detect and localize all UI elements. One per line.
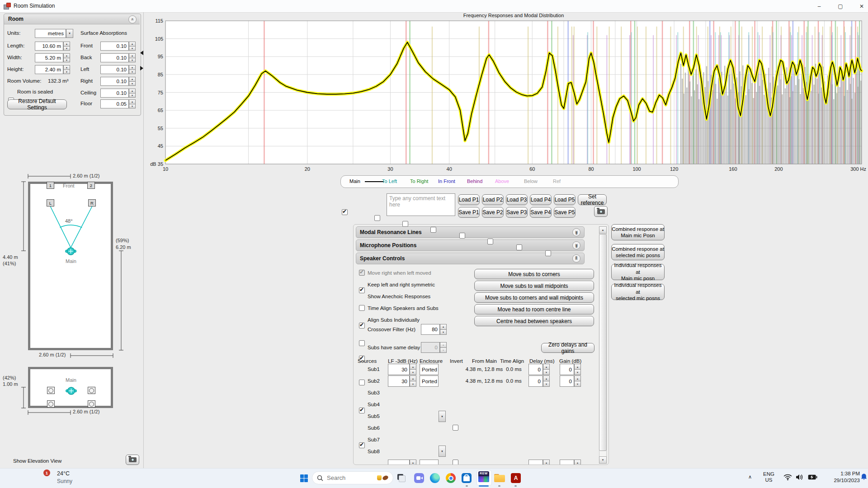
room-dim-field[interactable]: 5.20 m	[35, 53, 63, 62]
source-enclosure-dropdown-icon[interactable]	[439, 446, 446, 457]
section-header-microphone-positions[interactable]: Microphone Positions»»	[356, 239, 585, 251]
surface-stepper[interactable]	[129, 89, 136, 98]
source-invert-checkbox[interactable]	[453, 425, 458, 431]
crossover-filter-stepper[interactable]	[440, 324, 447, 335]
response-button[interactable]: Individual responses atMain mic posn	[611, 264, 665, 280]
save-preset-button[interactable]: Save P5	[554, 207, 576, 218]
surface-stepper[interactable]	[129, 65, 136, 74]
source-delay-stepper[interactable]	[543, 375, 550, 387]
legend-checkbox-in-front[interactable]	[430, 227, 436, 233]
response-button[interactable]: Combined response atselected mic posns	[611, 244, 665, 260]
legend-checkbox-main[interactable]	[342, 209, 348, 215]
source-delay-field[interactable]: 0	[528, 364, 543, 375]
comment-input[interactable]	[387, 193, 455, 216]
source-invert-checkbox[interactable]	[453, 460, 458, 465]
expand-section-icon[interactable]: »»	[572, 228, 580, 236]
surface-stepper[interactable]	[129, 53, 136, 62]
speaker-move-button[interactable]: Move subs to corners and wall midpoints	[474, 292, 594, 303]
source-lf-field[interactable]: 30	[388, 375, 410, 387]
wifi-icon[interactable]	[783, 474, 792, 482]
response-button[interactable]: Combined response atMain mic Posn	[611, 224, 665, 240]
source-gain-stepper[interactable]	[574, 375, 581, 387]
right-speaker-marker[interactable]: R	[88, 199, 96, 206]
crossover-filter-field[interactable]: 80	[421, 324, 440, 335]
clipped-row-stepper[interactable]	[574, 460, 581, 465]
room-collapse-icon[interactable]: »	[128, 15, 137, 23]
source-enclosure-select[interactable]: Ported	[420, 364, 439, 375]
surface-field[interactable]: 0.10	[100, 42, 129, 51]
room-dim-field[interactable]: 2.40 m	[35, 65, 63, 74]
sub1-marker[interactable]: 1	[47, 182, 54, 189]
source-delay-field[interactable]: 0	[528, 375, 543, 387]
restore-defaults-button[interactable]: Restore Default Settings	[7, 99, 67, 109]
splitter-expand-right-icon[interactable]	[140, 66, 143, 70]
search-input[interactable]	[326, 474, 374, 482]
left-speaker-marker[interactable]: L	[47, 199, 54, 206]
speaker-option-checkbox[interactable]	[359, 340, 365, 346]
subs-same-delay-stepper[interactable]	[440, 342, 447, 353]
file-explorer-icon[interactable]	[494, 472, 505, 484]
collapse-section-icon[interactable]: »»	[572, 254, 580, 263]
speaker-option-checkbox[interactable]	[359, 323, 365, 328]
clipped-row-stepper[interactable]	[410, 460, 416, 465]
scroll-up-icon[interactable]: ▲	[599, 226, 607, 234]
legend-checkbox-behind[interactable]	[459, 233, 465, 239]
speaker-option-checkbox[interactable]	[359, 270, 365, 276]
chrome-browser-icon[interactable]	[445, 472, 457, 484]
source-enable-checkbox-sub1[interactable]	[359, 408, 365, 413]
section-header-modal-resonance-lines[interactable]: Modal Resonance Lines»»	[356, 226, 585, 238]
clipped-row-stepper[interactable]	[543, 460, 550, 465]
surface-stepper[interactable]	[129, 77, 136, 86]
battery-icon[interactable]	[808, 474, 817, 481]
source-gain-field[interactable]: 0	[560, 364, 574, 375]
speaker-move-button[interactable]: Move head to room centre line	[474, 304, 594, 314]
scrollbar-thumb[interactable]	[599, 234, 607, 451]
surface-field[interactable]: 0.05	[100, 99, 129, 108]
rew-app-icon[interactable]: REW	[478, 471, 489, 482]
surface-field[interactable]: 0.10	[100, 53, 129, 62]
room-dim-stepper[interactable]	[63, 42, 70, 51]
legend-checkbox-to-left[interactable]	[374, 215, 380, 221]
source-enclosure-dropdown-icon[interactable]	[439, 411, 446, 422]
acrobat-icon[interactable]: A	[510, 472, 522, 484]
load-preset-button[interactable]: Load P3	[506, 194, 528, 205]
source-lf-field[interactable]: 30	[388, 364, 410, 375]
splitter-collapse-left-icon[interactable]	[140, 51, 143, 55]
units-select[interactable]: metres	[35, 29, 66, 38]
speaker-option-checkbox[interactable]	[359, 287, 365, 293]
surface-field[interactable]: 0.10	[100, 65, 129, 74]
elev-sub-marker[interactable]	[47, 400, 55, 408]
close-button[interactable]: ✕	[851, 0, 868, 12]
scroll-down-icon[interactable]: ▼	[599, 456, 607, 464]
task-view-icon[interactable]	[396, 472, 407, 484]
maximize-button[interactable]: ▢	[830, 0, 851, 12]
source-enclosure-select[interactable]: Ported	[420, 375, 439, 387]
load-preset-button[interactable]: Load P5	[554, 194, 576, 205]
surface-field[interactable]: 0.10	[100, 77, 129, 86]
clipped-row-select[interactable]	[420, 460, 439, 465]
source-enable-checkbox-sub2[interactable]	[359, 442, 365, 448]
notifications-bell-icon[interactable]	[860, 473, 868, 482]
source-gain-field[interactable]: 0	[560, 375, 574, 387]
source-delay-stepper[interactable]	[543, 364, 550, 375]
clipped-row-field[interactable]	[388, 460, 410, 465]
minimize-button[interactable]: –	[809, 0, 830, 12]
source-lf-stepper[interactable]	[410, 364, 416, 375]
save-preset-button[interactable]: Save P1	[458, 207, 480, 218]
clipped-row-field[interactable]	[560, 460, 574, 465]
elev-sub-marker[interactable]	[88, 400, 95, 408]
clock[interactable]: 1:38 PM 29/10/2023	[819, 470, 860, 484]
source-gain-stepper[interactable]	[574, 364, 581, 375]
room-dim-field[interactable]: 10.60 m	[35, 42, 63, 51]
save-preset-button[interactable]: Save P2	[482, 207, 504, 218]
expand-section-icon[interactable]: »»	[572, 241, 580, 249]
save-preset-button[interactable]: Save P3	[506, 207, 528, 218]
language-indicator[interactable]: ENGUS	[763, 471, 774, 483]
subs-same-delay-checkbox[interactable]	[359, 380, 365, 385]
sub2-marker[interactable]: 2	[87, 182, 95, 189]
set-reference-button[interactable]: Set reference	[578, 194, 607, 205]
chart-capture-button[interactable]	[594, 206, 608, 217]
taskbar-search[interactable]	[312, 471, 393, 484]
source-lf-stepper[interactable]	[410, 375, 416, 387]
elev-sub-marker[interactable]	[47, 387, 55, 394]
